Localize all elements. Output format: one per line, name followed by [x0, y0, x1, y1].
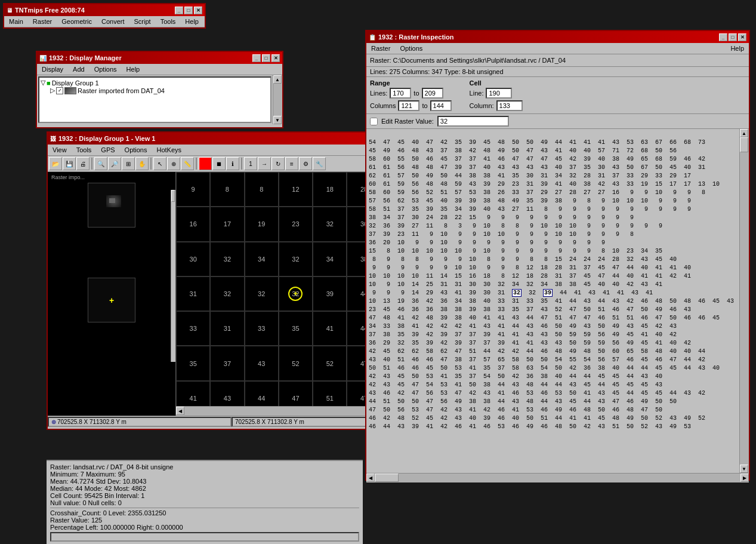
- tb-settings[interactable]: ⚙: [299, 157, 312, 170]
- tb-select[interactable]: ↖: [153, 157, 166, 170]
- menu-script[interactable]: Script: [132, 17, 153, 26]
- highlighted-32-cell2: 39: [543, 289, 553, 297]
- menu-main[interactable]: Main: [7, 17, 26, 26]
- ri-lines-from-input[interactable]: 170: [390, 88, 411, 99]
- scroll-track[interactable]: [273, 84, 282, 116]
- grid-line-11: 32 36 39 27 11 8 3 9 10 8 8 9 10 10 10 9…: [369, 223, 662, 229]
- ri-menu-options[interactable]: Options: [397, 44, 425, 53]
- tb-layers[interactable]: ≡: [285, 157, 298, 170]
- ri-cols-to-input[interactable]: 144: [430, 100, 452, 111]
- tb-refresh[interactable]: ↻: [271, 157, 285, 170]
- tb-zoom-fit[interactable]: ⊞: [122, 157, 135, 170]
- dv-menu-view[interactable]: View: [50, 146, 69, 154]
- grid-cell: 34: [245, 242, 279, 276]
- scroll-up-arrow[interactable]: ▲: [273, 75, 282, 84]
- ri-scroll-thumb[interactable]: [740, 137, 748, 152]
- ri-maximize[interactable]: □: [729, 33, 737, 41]
- bp-null: Null value: 0 Null cells: 0: [50, 499, 359, 506]
- ri-lines-to-input[interactable]: 209: [422, 88, 443, 99]
- ri-cell-line-input[interactable]: 190: [486, 88, 512, 99]
- tb-measure[interactable]: 📏: [181, 157, 194, 170]
- ri-menu-raster[interactable]: Raster: [369, 44, 393, 53]
- grid-cell: 37: [210, 346, 244, 380]
- tb-print[interactable]: 🖨: [76, 157, 90, 170]
- grid-line-27: 43 40 51 46 46 47 38 37 57 65 58 50 50 5…: [369, 356, 705, 363]
- minimize-button[interactable]: _: [175, 7, 183, 14]
- menu-convert[interactable]: Convert: [99, 17, 127, 26]
- ri-cols-from-input[interactable]: 121: [398, 100, 419, 111]
- ri-edit-value-input[interactable]: 32: [437, 116, 509, 127]
- ri-vscrollbar[interactable]: ▲ ▼: [739, 129, 749, 473]
- grid-line-25: 36 29 32 35 39 42 39 37 37 39 41 41 43 4…: [369, 340, 691, 346]
- dm-menu-display[interactable]: Display: [39, 65, 66, 73]
- dv-menu-gps[interactable]: GPS: [98, 146, 117, 154]
- tb-extra1[interactable]: 🔧: [313, 157, 326, 170]
- dm-close[interactable]: ✕: [271, 54, 280, 62]
- tb-open[interactable]: 📂: [49, 157, 62, 170]
- hscroll-left[interactable]: ◀: [176, 407, 184, 415]
- ri-hscroll-thumb[interactable]: [375, 474, 399, 482]
- tb-color[interactable]: ■: [199, 157, 212, 170]
- menu-tools[interactable]: Tools: [158, 17, 178, 26]
- grid-cell: 12: [279, 172, 313, 207]
- highlighted-32-cell: 32: [512, 289, 522, 297]
- thumb-scroll-handle[interactable]: [171, 190, 175, 202]
- dm-icon: 📊: [39, 55, 47, 62]
- ri-scroll-track[interactable]: [740, 137, 749, 465]
- raster-label: Raster impo...: [50, 174, 85, 180]
- ri-hscroll-track[interactable]: [375, 474, 740, 482]
- tb-zoom-out[interactable]: 🔎: [108, 157, 121, 170]
- tb-save[interactable]: 💾: [63, 157, 76, 170]
- number-grid[interactable]: 54 47 45 40 47 42 35 39 45 48 50 50 49 4…: [366, 129, 739, 473]
- scroll-down-arrow[interactable]: ▼: [273, 116, 282, 124]
- menu-geometric[interactable]: Geometric: [59, 17, 94, 26]
- tb-crosshair[interactable]: ⊕: [167, 157, 180, 170]
- grid-cell: 39: [313, 276, 347, 311]
- ri-close[interactable]: ✕: [738, 33, 746, 41]
- ri-menu-help[interactable]: Help: [728, 44, 746, 53]
- ri-scroll-down[interactable]: ▼: [740, 465, 748, 473]
- ri-range-title: Range: [370, 79, 452, 87]
- dm-controls: _ □ ✕: [252, 54, 280, 62]
- ri-cell-col-input[interactable]: 133: [496, 100, 523, 111]
- raster-color-icon: [64, 87, 76, 94]
- tb-1[interactable]: 1: [244, 157, 257, 170]
- menu-raster[interactable]: Raster: [30, 17, 54, 26]
- tb-zoom-in[interactable]: 🔍: [94, 157, 107, 170]
- grid-line-2: 45 49 46 48 43 37 38 42 48 49 50 47 43 4…: [369, 147, 677, 154]
- checkbox-icon[interactable]: ✓: [56, 87, 63, 94]
- tb-arrow[interactable]: →: [258, 157, 271, 170]
- dm-maximize[interactable]: □: [262, 54, 270, 62]
- tree-group[interactable]: ▽ ■ Display Group 1: [41, 79, 269, 87]
- dv-menu-tools[interactable]: Tools: [74, 146, 94, 154]
- ri-edit-checkbox[interactable]: [370, 118, 378, 125]
- dm-menu-help[interactable]: Help: [124, 65, 143, 73]
- grid-cell: 9: [176, 172, 210, 207]
- ri-scroll-up[interactable]: ▲: [740, 129, 748, 137]
- tb-stop[interactable]: ⏹: [212, 157, 226, 170]
- menu-help[interactable]: Help: [183, 17, 201, 26]
- dv-menu-hotkeys[interactable]: HotKeys: [155, 146, 184, 154]
- ri-hscroll-left[interactable]: ◀: [366, 474, 375, 482]
- tree-raster-item[interactable]: ▷ ✓ Raster imported from DAT_04: [50, 87, 269, 94]
- tree-scrollbar[interactable]: ▲ ▼: [273, 75, 282, 124]
- display-manager-title: 1932 : Display Manager: [49, 54, 252, 62]
- status-left: ⊕ 702525.8 X 711302.8 Y m: [48, 417, 232, 427]
- dm-menu-options[interactable]: Options: [92, 65, 119, 73]
- thumb-scrollbar[interactable]: [171, 190, 175, 362]
- tb-info[interactable]: ℹ: [226, 157, 239, 170]
- ri-hscrollbar[interactable]: ◀ ▶: [366, 473, 749, 482]
- grid-line-32: 44 51 50 50 47 56 49 38 38 44 43 48 44 4…: [369, 398, 677, 405]
- ri-minimize[interactable]: _: [719, 33, 727, 41]
- dm-menu-add[interactable]: Add: [70, 65, 87, 73]
- ri-range-section: Range Lines: 170 to 209 Columns 121 to 1…: [370, 79, 452, 111]
- dv-menu-options[interactable]: Options: [122, 146, 150, 154]
- ri-hscroll-right[interactable]: ▶: [740, 474, 749, 482]
- close-button[interactable]: ✕: [194, 7, 202, 14]
- tb-pan[interactable]: ✋: [135, 157, 149, 170]
- grid-line-20: 10 13 19 36 42 36 34 38 40 33 31 33 35 4…: [369, 298, 734, 305]
- bp-cellcount: Cell Count: 95425 Bin Interval: 1: [50, 492, 359, 499]
- maximize-button[interactable]: □: [184, 7, 193, 14]
- dm-minimize[interactable]: _: [252, 54, 261, 62]
- bp-divider: [50, 508, 359, 508]
